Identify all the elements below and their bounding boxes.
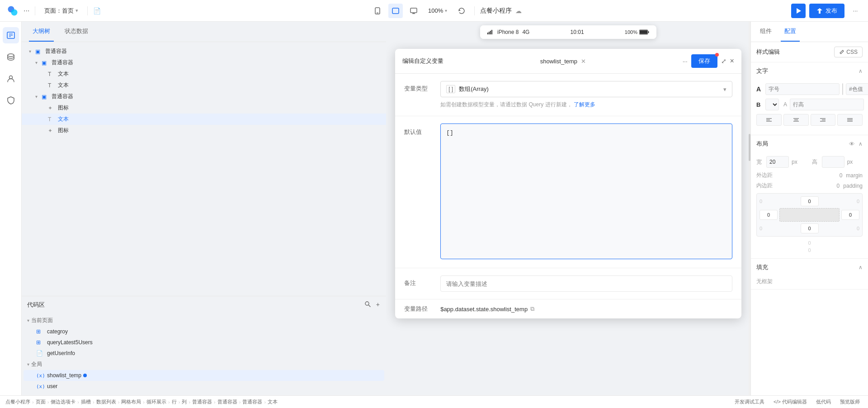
code-item-showlist[interactable]: (x) showlist_temp (24, 370, 384, 381)
modal-close-btn[interactable]: × (730, 57, 734, 65)
var-type-label: 变量类型 (404, 81, 440, 93)
zoom-selector[interactable]: 100% ▾ (425, 5, 451, 16)
app-logo (5, 4, 20, 18)
color-picker[interactable] (842, 83, 843, 95)
code-group-global[interactable]: ▾ 全局 (22, 359, 386, 370)
default-value-editor[interactable]: [] (440, 123, 732, 259)
tablet-view-btn[interactable] (388, 4, 403, 18)
text-style-body: A B A (751, 80, 868, 135)
publish-button[interactable]: 发布 (809, 4, 844, 18)
refresh-btn[interactable] (454, 4, 469, 18)
code-item-user[interactable]: (x) user (24, 381, 384, 392)
code-item-getuserinfo[interactable]: 📄 getUserInfo (24, 348, 384, 359)
publish-btn-bottom[interactable]: 预览版师 (837, 398, 863, 406)
tree-node-text-2[interactable]: T 文本 ≡ (22, 80, 386, 91)
code-group-current-page[interactable]: ▾ 当前页面 (22, 315, 386, 326)
breadcrumb-grid[interactable]: 网格布局 (121, 399, 141, 405)
spacing-right-input[interactable] (841, 210, 859, 220)
spacing-bottom-input[interactable] (801, 223, 819, 233)
code-section-header[interactable]: 代码区 + (22, 296, 386, 313)
tree-node-container-3[interactable]: ▾ ▣ 普通容器 (22, 91, 386, 102)
tree-node-text-1[interactable]: T 文本 (22, 68, 386, 80)
font-weight-select[interactable] (765, 99, 779, 110)
breadcrumb-app[interactable]: 点餐小程序 (5, 399, 30, 405)
align-center-btn[interactable] (783, 114, 809, 126)
page-selector[interactable]: 页面：首页 ▾ (41, 5, 82, 17)
css-edit-btn[interactable]: CSS (834, 47, 863, 57)
breadcrumb-slot[interactable]: 插槽 (81, 399, 91, 405)
breadcrumb-page[interactable]: 页面 (36, 399, 46, 405)
tree-label-text-2: 文本 (58, 81, 380, 89)
code-search-btn[interactable] (363, 300, 372, 309)
code-section-title: 代码区 (27, 301, 363, 309)
layout-section-header[interactable]: 布局 👁 ∧ (751, 135, 868, 152)
font-size-input[interactable] (765, 83, 840, 95)
spacing-top-input[interactable] (801, 196, 819, 206)
learn-more-link[interactable]: 了解更多 (574, 101, 595, 108)
code-editor-btn[interactable]: </> 代码编辑器 (771, 398, 810, 406)
modal-var-name: showlist_temp (540, 58, 577, 65)
spacing-left-input[interactable] (760, 210, 778, 220)
tree-arrow-3: ▾ (35, 94, 42, 99)
sidebar-users-icon[interactable] (3, 71, 19, 87)
breadcrumb-container2[interactable]: 普通容器 (217, 399, 237, 405)
tab-outline[interactable]: 大纲树 (29, 22, 54, 42)
tree-node-icon-1[interactable]: ✦ 图标 (22, 102, 386, 114)
tab-state[interactable]: 状态数据 (61, 22, 92, 42)
layout-eye-icon[interactable]: 👁 (849, 141, 855, 147)
align-left-btn[interactable] (756, 114, 782, 126)
style-section-header[interactable]: 样式编辑 CSS (751, 42, 868, 62)
modal-expand-btn[interactable]: ⤢ (721, 57, 726, 65)
sidebar-pages-icon[interactable] (3, 27, 19, 43)
breadcrumb-loop[interactable]: 循环展示 (146, 399, 166, 405)
padding-text: padding (843, 183, 863, 189)
container-icon-1: ▣ (35, 48, 43, 55)
sidebar-data-icon[interactable] (3, 49, 19, 65)
tree-node-container-1[interactable]: ▾ ▣ 普通容器 (22, 46, 386, 57)
right-tab-config[interactable]: 配置 (781, 22, 800, 42)
toolbar-menu-dots[interactable]: ··· (24, 7, 29, 15)
height-input[interactable] (822, 156, 844, 168)
sidebar-shield-icon[interactable] (3, 92, 19, 109)
fill-toggle[interactable]: ∧ (859, 264, 863, 270)
svg-rect-5 (410, 8, 417, 13)
breadcrumb-row[interactable]: 行 (172, 399, 177, 405)
code-item-categroy[interactable]: ⊞ categroy (24, 326, 384, 337)
breadcrumb-container1[interactable]: 普通容器 (192, 399, 212, 405)
copy-path-btn[interactable]: ⧉ (530, 305, 534, 313)
tree-node-container-2[interactable]: ▾ ▣ 普通容器 (22, 57, 386, 68)
align-justify-btn[interactable] (837, 114, 863, 126)
save-button[interactable]: 保存 (691, 54, 717, 68)
toolbar-more-right[interactable]: ··· (848, 4, 863, 18)
remark-input[interactable] (440, 275, 732, 292)
tree-node-icon-2[interactable]: ✦ 图标 (22, 125, 386, 136)
width-input[interactable] (766, 156, 789, 168)
mobile-view-btn[interactable] (370, 4, 385, 18)
run-button[interactable] (791, 4, 806, 18)
tree-node-text-3[interactable]: T 文本 (22, 114, 386, 125)
code-item-label-showlist: showlist_temp (47, 372, 81, 379)
modal-var-close-icon[interactable]: ✕ (581, 58, 586, 65)
desktop-view-btn[interactable] (406, 4, 421, 18)
breadcrumb-col[interactable]: 列 (182, 399, 187, 405)
color-value-input[interactable] (846, 83, 868, 95)
layout-toggle[interactable]: ∧ (859, 141, 863, 147)
modal-more-btn[interactable]: ··· (683, 58, 688, 65)
breadcrumb-text[interactable]: 文本 (268, 399, 278, 405)
var-type-select[interactable]: [ ] 数组(Array) ▾ (440, 81, 732, 97)
file-icon[interactable]: 📄 (93, 7, 101, 14)
breadcrumb-sidebar[interactable]: 侧边选项卡 (51, 399, 75, 405)
line-height-input[interactable] (790, 99, 864, 110)
right-tab-component[interactable]: 组件 (756, 22, 775, 42)
low-code-btn[interactable]: 低代码 (813, 398, 834, 406)
fill-section-header[interactable]: 填充 ∧ (751, 259, 868, 276)
dev-tools-btn[interactable]: 开发调试工具 (732, 398, 767, 406)
code-add-btn[interactable]: + (375, 300, 381, 309)
text-section-toggle[interactable]: ∧ (859, 68, 863, 74)
align-right-btn[interactable] (811, 114, 836, 126)
breadcrumb-container3[interactable]: 普通容器 (242, 399, 262, 405)
spacing-corner-tl: 0 (760, 199, 773, 204)
breadcrumb-datalist[interactable]: 数据列表 (96, 399, 116, 405)
code-item-querylatest[interactable]: ⊞ queryLatest5Users (24, 337, 384, 348)
text-style-header[interactable]: 文字 ∧ (751, 62, 868, 80)
